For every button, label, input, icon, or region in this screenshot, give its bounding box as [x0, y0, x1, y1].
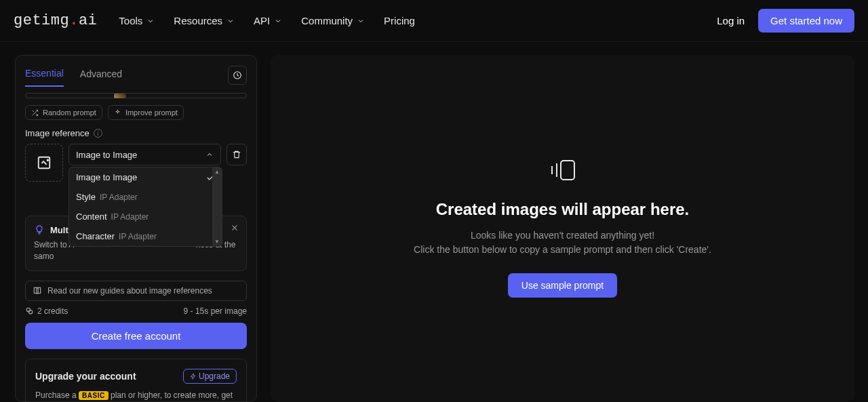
- basic-badge: BASIC: [79, 391, 108, 400]
- left-panel: Essential Advanced Random prompt Improve…: [15, 55, 257, 402]
- empty-state-icon: [549, 159, 576, 184]
- delete-button[interactable]: [226, 144, 247, 165]
- svg-rect-6: [561, 161, 574, 180]
- credits-row: 2 credits 9 - 15s per image: [25, 306, 247, 316]
- empty-title: Created images will appear here.: [436, 200, 690, 219]
- coins-icon: [25, 306, 34, 315]
- logo-text: getimg: [14, 12, 69, 29]
- panel-body: Random prompt Improve prompt Image refer…: [16, 87, 256, 402]
- nav-community[interactable]: Community: [301, 15, 365, 26]
- scroll-down-icon[interactable]: ▼: [214, 239, 220, 245]
- ref-dropdown: Image to Image Style IP Adapter Content …: [68, 167, 222, 247]
- upgrade-head: Upgrade your account Upgrade: [35, 369, 237, 384]
- prompt-buttons: Random prompt Improve prompt: [25, 105, 247, 120]
- sparkle-icon: [114, 109, 121, 117]
- header-right: Log in Get started now: [717, 9, 854, 33]
- nav: Tools Resources API Community Pricing: [119, 15, 415, 26]
- header: getimg.ai Tools Resources API Community …: [0, 0, 868, 42]
- tab-advanced[interactable]: Advanced: [80, 64, 122, 86]
- upgrade-title: Upgrade your account: [35, 371, 136, 382]
- get-started-button[interactable]: Get started now: [758, 9, 854, 33]
- chevron-down-icon: [357, 17, 365, 25]
- credits-amount: 2 credits: [25, 306, 68, 316]
- upgrade-button[interactable]: Upgrade: [183, 369, 237, 384]
- tabs: Essential Advanced: [16, 56, 256, 87]
- lightbulb-icon: [34, 224, 45, 235]
- thumb-row: [25, 93, 247, 98]
- dropdown-item-style[interactable]: Style IP Adapter: [69, 187, 222, 207]
- close-icon[interactable]: [230, 223, 239, 233]
- info-icon[interactable]: i: [94, 129, 102, 138]
- zap-icon: [190, 373, 197, 380]
- image-plus-icon: [37, 155, 52, 170]
- ref-mode-select[interactable]: Image to Image: [68, 144, 221, 165]
- logo-dot: .: [69, 12, 79, 29]
- shuffle-icon: [31, 109, 39, 117]
- mini-thumb: [114, 94, 126, 98]
- trash-icon: [232, 150, 241, 159]
- chevron-up-icon: [205, 150, 214, 159]
- upgrade-text: Purchase a BASIC plan or higher, to crea…: [35, 389, 237, 402]
- nav-pricing[interactable]: Pricing: [384, 15, 415, 26]
- chevron-down-icon: [146, 17, 155, 25]
- scroll-up-icon[interactable]: ▲: [214, 169, 220, 175]
- right-panel: Created images will appear here. Looks l…: [271, 55, 854, 402]
- login-link[interactable]: Log in: [717, 15, 745, 26]
- clock-icon: [233, 71, 242, 80]
- improve-prompt-button[interactable]: Improve prompt: [108, 105, 184, 120]
- scrollbar[interactable]: ▲ ▼: [212, 167, 222, 246]
- image-reference-label: Image reference i: [25, 128, 247, 138]
- image-upload-box[interactable]: [25, 144, 63, 182]
- history-button[interactable]: [228, 66, 247, 85]
- dropdown-item-image-to-image[interactable]: Image to Image: [69, 167, 222, 187]
- dropdown-item-character[interactable]: Character IP Adapter: [69, 226, 222, 246]
- logo[interactable]: getimg.ai: [14, 12, 97, 29]
- ref-row: Image to Image Image to Image Style: [25, 144, 247, 182]
- empty-text: Looks like you haven't created anything …: [414, 228, 711, 257]
- chevron-down-icon: [226, 17, 235, 25]
- container: Essential Advanced Random prompt Improve…: [0, 42, 868, 402]
- dropdown-item-content[interactable]: Content IP Adapter: [69, 207, 222, 226]
- create-account-button[interactable]: Create free account: [25, 323, 247, 349]
- nav-tools[interactable]: Tools: [119, 15, 155, 26]
- nav-resources[interactable]: Resources: [174, 15, 235, 26]
- logo-suffix: ai: [79, 12, 97, 29]
- book-icon: [33, 286, 42, 296]
- svg-point-3: [28, 310, 32, 314]
- credits-time: 9 - 15s per image: [184, 306, 247, 316]
- use-sample-prompt-button[interactable]: Use sample prompt: [508, 273, 617, 298]
- random-prompt-button[interactable]: Random prompt: [25, 105, 102, 120]
- tab-essential[interactable]: Essential: [25, 64, 64, 87]
- upgrade-card: Upgrade your account Upgrade Purchase a …: [25, 359, 247, 402]
- svg-point-2: [26, 308, 30, 311]
- chevron-down-icon: [274, 17, 282, 25]
- guide-button[interactable]: Read our new guides about image referenc…: [25, 281, 247, 301]
- nav-api[interactable]: API: [254, 15, 282, 26]
